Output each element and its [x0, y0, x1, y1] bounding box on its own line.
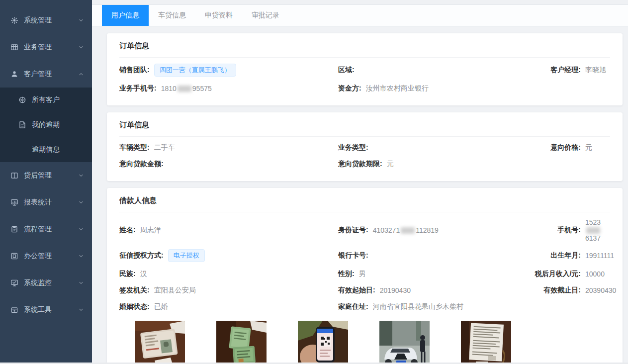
chevron-down-icon: [78, 280, 84, 286]
photo-id-card[interactable]: 人像面: [135, 321, 185, 364]
sidebar-item-overdue-info[interactable]: 逾期信息: [0, 137, 92, 162]
office-icon: [10, 252, 18, 261]
field-label: 姓名:: [119, 226, 136, 235]
tab-user-info[interactable]: 用户信息: [102, 5, 149, 26]
sidebar-item-label: 贷后管理: [24, 171, 52, 180]
sidebar-item-my-overdue[interactable]: 我的逾期: [0, 112, 92, 137]
field-home-address: 家庭住址: 河南省宜阳县花果山乡木柴村: [338, 298, 531, 315]
main-content: 用户信息 车贷信息 申贷资料 审批记录 订单信息 销售团队: 四团一营（直属王鹏…: [92, 0, 628, 364]
field-sales-team: 销售团队: 四团一营（直属王鹏飞）: [119, 60, 338, 80]
field-value: 男: [359, 270, 366, 278]
chevron-down-icon: [78, 173, 84, 179]
field-value: 李晓旭: [585, 66, 606, 75]
tab-label: 审批记录: [252, 11, 279, 20]
field-label: 车辆类型:: [119, 143, 150, 152]
detail-tabs: 用户信息 车贷信息 申贷资料 审批记录: [92, 5, 628, 26]
customer-mgmt-submenu: 所有客户 我的逾期 逾期信息: [0, 88, 92, 162]
sidebar-item-system-tools[interactable]: 系统工具: [0, 296, 92, 323]
sidebar-item-customer-mgmt[interactable]: 客户管理: [0, 61, 92, 88]
field-empty: [531, 298, 610, 315]
tab-approval-records[interactable]: 审批记录: [242, 5, 289, 26]
field-label: 业务手机号:: [119, 84, 157, 93]
field-label: 手机号:: [531, 226, 581, 235]
field-business-type: 业务类型:: [338, 139, 531, 156]
field-valid-from: 有效起始日: 20190430: [338, 282, 531, 298]
field-valid-to: 有效截止日: 20390430: [531, 282, 616, 298]
sidebar-item-all-customers[interactable]: 所有客户: [0, 88, 92, 112]
sidebar-item-label: 业务管理: [24, 43, 52, 52]
field-name: 姓名: 周志洋: [119, 215, 338, 246]
borrower-info-card: 借款人信息 姓名: 周志洋 身份证号: 4103271112819 手机号: 1…: [107, 188, 623, 364]
chevron-down-icon: [78, 199, 84, 205]
field-id-number: 身份证号: 4103271112819: [338, 215, 531, 246]
sidebar-item-label: 系统工具: [24, 305, 52, 314]
sidebar-item-label: 流程管理: [24, 225, 52, 234]
field-intent-price: 意向价格: 元: [531, 139, 610, 156]
field-label: 征信授权方式:: [119, 251, 164, 260]
sidebar-item-label: 所有客户: [32, 95, 60, 104]
field-label: 区域:: [338, 66, 355, 75]
field-value: 181095575: [161, 85, 212, 92]
field-label: 家庭住址:: [338, 302, 368, 311]
photo-person-with-car[interactable]: 人车合影: [379, 321, 430, 364]
field-label: 资金方:: [338, 84, 361, 93]
chevron-down-icon: [78, 226, 84, 232]
field-value: 元: [387, 160, 394, 169]
card-title: 借款人信息: [119, 196, 610, 212]
sidebar-item-office-mgmt[interactable]: 办公管理: [0, 243, 92, 270]
sidebar-item-system-mgmt[interactable]: 系统管理: [0, 7, 92, 34]
field-value: 河南省宜阳县花果山乡木柴村: [373, 302, 463, 311]
field-label: 银行卡号:: [338, 251, 368, 260]
tab-car-loan-info[interactable]: 车贷信息: [149, 5, 195, 26]
customers-icon: [18, 96, 26, 104]
field-funder: 资金方: 汝州市农村商业银行: [338, 80, 531, 96]
sidebar-item-label: 办公管理: [24, 252, 52, 261]
sidebar-item-label: 系统管理: [24, 16, 52, 25]
order-info-card: 订单信息 销售团队: 四团一营（直属王鹏飞） 区域: 客户经理: 李晓旭 业务手…: [107, 33, 623, 105]
field-value: 周志洋: [140, 226, 161, 235]
monitor-icon: [10, 279, 18, 287]
field-mobile-phone: 手机号: 15236137: [531, 215, 610, 246]
credit-auth-tag[interactable]: 电子授权: [168, 249, 205, 262]
user-icon: [10, 70, 18, 79]
book-icon: [10, 172, 18, 180]
sidebar-item-postloan-mgmt[interactable]: 贷后管理: [0, 162, 92, 189]
flow-icon: [10, 225, 18, 234]
photo-auth-qr-code[interactable]: 征信授权码: [298, 321, 348, 364]
field-label: 有效截止日:: [531, 286, 581, 295]
sidebar-item-process-mgmt[interactable]: 流程管理: [0, 216, 92, 243]
top-strip: [92, 0, 628, 5]
id-card-photo-thumbnail: [135, 321, 185, 364]
field-account-manager: 客户经理: 李晓旭: [531, 60, 610, 80]
tab-label: 用户信息: [111, 11, 139, 20]
chevron-down-icon: [78, 44, 84, 50]
field-label: 身份证号:: [338, 226, 368, 235]
sidebar-item-label: 我的逾期: [32, 120, 60, 129]
field-region: 区域:: [338, 60, 531, 80]
field-value: 元: [585, 143, 592, 152]
field-monthly-income: 税后月收入/元: 10000: [531, 266, 610, 282]
field-vehicle-type: 车辆类型: 二手车: [119, 139, 338, 156]
photo-handwritten-document[interactable]: 其他资料: [461, 321, 511, 364]
chevron-up-icon: [78, 71, 84, 77]
photo-registration-book[interactable]: 登记证书照片: [216, 321, 267, 364]
field-value: 汉: [140, 270, 147, 278]
field-loan-amount: 意向贷款金额:: [119, 156, 338, 172]
field-ethnicity: 民族: 汉: [119, 266, 338, 282]
sidebar-item-system-monitor[interactable]: 系统监控: [0, 270, 92, 296]
tab-loan-application-docs[interactable]: 申贷资料: [195, 5, 242, 26]
field-value: 4103271112819: [373, 226, 439, 234]
sales-team-tag[interactable]: 四团一营（直属王鹏飞）: [154, 64, 236, 77]
redaction-blur: [401, 227, 415, 234]
redaction-blur: [178, 86, 191, 92]
field-label: 婚姻状态:: [119, 302, 150, 311]
gear-icon: [10, 16, 18, 25]
sidebar-item-business-mgmt[interactable]: 业务管理: [0, 34, 92, 61]
field-value: 20190430: [380, 286, 411, 294]
field-empty: [531, 156, 610, 172]
loan-intent-card: 订单信息 车辆类型: 二手车 业务类型: 意向价格: 元 意向贷款金额: 意向贷…: [107, 112, 623, 181]
field-label: 销售团队:: [119, 66, 150, 75]
field-empty: [531, 80, 610, 96]
field-value: 二手车: [154, 143, 175, 152]
sidebar-item-report-stats[interactable]: 报表统计: [0, 189, 92, 216]
